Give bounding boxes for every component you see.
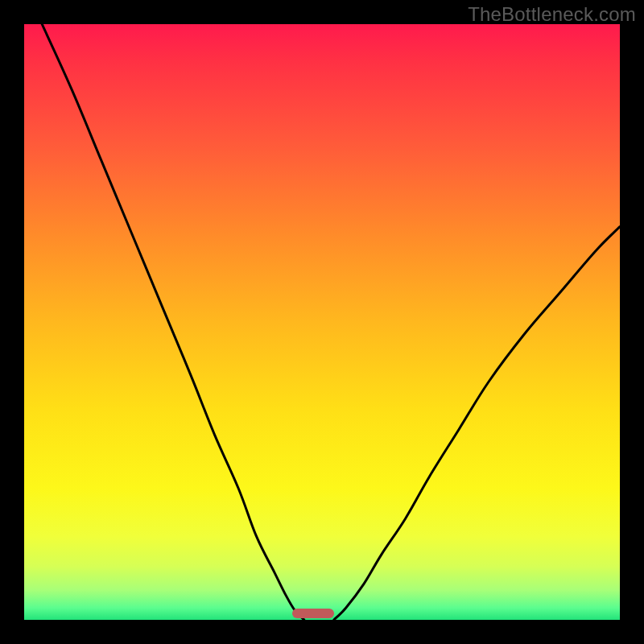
curve-layer xyxy=(24,24,620,620)
bottleneck-marker xyxy=(292,609,334,618)
curve-right xyxy=(334,227,620,620)
plot-area xyxy=(24,24,620,620)
chart-frame: TheBottleneck.com xyxy=(0,0,644,644)
watermark-text: TheBottleneck.com xyxy=(468,3,636,26)
curve-left xyxy=(42,24,304,620)
